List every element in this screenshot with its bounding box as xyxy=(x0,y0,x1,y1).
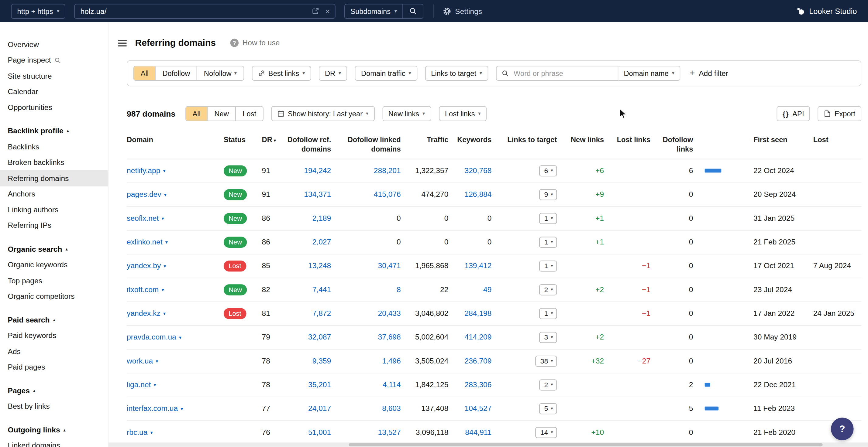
domain-dropdown-caret[interactable]: ▾ xyxy=(163,263,166,269)
domain-link[interactable]: interfax.com.ua xyxy=(127,405,178,413)
settings-button[interactable]: Settings xyxy=(443,7,482,15)
sidebar-section-pages[interactable]: Pages▴ xyxy=(0,383,108,399)
links-to-target-select[interactable]: 1▾ xyxy=(539,260,557,271)
new-links-select[interactable]: New links ▾ xyxy=(382,106,431,121)
domain-dropdown-caret[interactable]: ▾ xyxy=(179,335,181,340)
sidebar-item-referring-domains[interactable]: Referring domains xyxy=(0,170,108,186)
sidebar-item-linked-domains[interactable]: Linked domains xyxy=(0,438,108,447)
dr-filter[interactable]: DR ▾ xyxy=(319,66,347,81)
column-header-dofollow_ref[interactable]: Dofollow ref.domains xyxy=(281,135,331,154)
domain-link[interactable]: netlify.app xyxy=(127,167,160,175)
scope-option-lost[interactable]: Lost xyxy=(236,107,263,121)
cell-dofollow-ref-domains-value[interactable]: 2,027 xyxy=(312,238,331,246)
scope-option-all[interactable]: All xyxy=(186,107,207,121)
lost-links-value[interactable]: −1 xyxy=(642,285,650,294)
domain-dropdown-caret[interactable]: ▾ xyxy=(181,406,183,411)
best-links-filter[interactable]: Best links ▾ xyxy=(252,66,311,81)
links-to-target-select[interactable]: 6▾ xyxy=(539,165,557,176)
help-button[interactable]: ? xyxy=(831,417,854,440)
cell-keywords-value[interactable]: 126,884 xyxy=(465,191,492,199)
domain-link[interactable]: exlinko.net xyxy=(127,238,163,246)
new-links-value[interactable]: +32 xyxy=(591,357,604,365)
cell-dofollow-linked-domains-value[interactable]: 37,698 xyxy=(378,333,401,341)
cell-dofollow-linked-domains-value[interactable]: 30,471 xyxy=(378,262,401,270)
domain-link[interactable]: pravda.com.ua xyxy=(127,333,176,341)
sidebar-item-paid-keywords[interactable]: Paid keywords xyxy=(0,328,108,343)
scrollbar-thumb[interactable] xyxy=(349,443,823,446)
domain-link[interactable]: rbc.ua xyxy=(127,428,147,436)
cell-dofollow-ref-domains-value[interactable]: 7,872 xyxy=(312,309,331,318)
cell-dofollow-linked-domains-value[interactable]: 4,114 xyxy=(383,381,401,389)
scope-select[interactable]: Subdomains ▾ xyxy=(344,4,403,19)
domain-link[interactable]: seoflx.net xyxy=(127,214,159,222)
new-links-value[interactable]: +1 xyxy=(595,238,604,246)
column-header-status[interactable]: Status xyxy=(224,135,258,154)
menu-icon[interactable] xyxy=(118,39,127,46)
column-header-dofollow_linked[interactable]: Dofollow linkeddomains xyxy=(331,135,401,154)
column-header-links_to_target[interactable]: Links to target xyxy=(491,135,557,154)
cell-dofollow-ref-domains-value[interactable]: 9,359 xyxy=(312,357,331,365)
cell-dofollow-linked-domains-value[interactable]: 415,076 xyxy=(374,191,401,199)
new-links-value[interactable]: +6 xyxy=(595,167,604,175)
protocol-select[interactable]: http + https ▾ xyxy=(11,4,65,19)
links-to-target-select[interactable]: 14▾ xyxy=(535,427,557,438)
sidebar-item-overview[interactable]: Overview xyxy=(0,36,108,52)
domain-dropdown-caret[interactable]: ▾ xyxy=(164,192,166,197)
sidebar-item-top-pages[interactable]: Top pages xyxy=(0,273,108,288)
domain-dropdown-caret[interactable]: ▾ xyxy=(163,168,165,173)
follow-option-all[interactable]: All xyxy=(134,67,155,80)
links-to-target-select[interactable]: 1▾ xyxy=(539,237,557,247)
new-links-value[interactable]: +9 xyxy=(595,191,604,199)
sidebar-section-backlink-profile[interactable]: Backlink profile▴ xyxy=(0,123,108,139)
cell-keywords-value[interactable]: 414,209 xyxy=(465,333,492,341)
sidebar-item-page-inspect[interactable]: Page inspect xyxy=(0,52,108,68)
new-links-value[interactable]: +10 xyxy=(591,428,604,436)
cell-dofollow-ref-domains-value[interactable]: 7,441 xyxy=(312,285,331,294)
links-to-target-select[interactable]: 38▾ xyxy=(535,355,557,367)
column-header-dofollow_links[interactable]: Dofollowlinks xyxy=(650,135,693,154)
how-to-use-link[interactable]: ? How to use xyxy=(230,39,280,47)
cell-dofollow-ref-domains-value[interactable]: 2,189 xyxy=(312,214,331,222)
cell-dofollow-linked-domains-value[interactable]: 288,201 xyxy=(374,167,401,175)
cell-dofollow-ref-domains-value[interactable]: 32,087 xyxy=(308,333,331,341)
search-button[interactable] xyxy=(403,4,423,19)
horizontal-scrollbar[interactable] xyxy=(108,442,868,447)
cell-keywords-value[interactable]: 49 xyxy=(483,285,491,294)
links-to-target-select[interactable]: 2▾ xyxy=(539,379,557,390)
follow-option-nofollow[interactable]: Nofollow▾ xyxy=(197,67,243,80)
links-to-target-select[interactable]: 9▾ xyxy=(539,189,557,200)
links-to-target-select[interactable]: 3▾ xyxy=(539,332,557,343)
add-filter-button[interactable]: + Add filter xyxy=(689,69,728,78)
sidebar-item-organic-competitors[interactable]: Organic competitors xyxy=(0,288,108,304)
domain-link[interactable]: yandex.by xyxy=(127,262,161,270)
sidebar-item-anchors[interactable]: Anchors xyxy=(0,186,108,202)
links-to-target-select[interactable]: 2▾ xyxy=(539,284,557,295)
domain-dropdown-caret[interactable]: ▾ xyxy=(150,430,153,435)
domain-dropdown-caret[interactable]: ▾ xyxy=(156,358,158,364)
cell-dofollow-ref-domains-value[interactable]: 35,201 xyxy=(308,381,331,389)
cell-keywords-value[interactable]: 283,306 xyxy=(465,381,492,389)
open-external-icon[interactable] xyxy=(312,7,320,15)
links-to-target-select[interactable]: 1▾ xyxy=(539,308,557,319)
cell-dofollow-linked-domains-value[interactable]: 8 xyxy=(397,285,401,294)
cell-dofollow-ref-domains-value[interactable]: 13,248 xyxy=(308,262,331,270)
sidebar-item-opportunities[interactable]: Opportunities xyxy=(0,100,108,115)
cell-keywords-value[interactable]: 104,527 xyxy=(465,405,492,413)
show-history-select[interactable]: Show history: Last year ▾ xyxy=(271,106,374,121)
cell-dofollow-linked-domains-value[interactable]: 13,527 xyxy=(378,428,401,436)
column-header-dr[interactable]: DR ▾ xyxy=(258,135,281,154)
api-button[interactable]: {} API xyxy=(777,106,810,121)
new-links-value[interactable]: +2 xyxy=(595,333,604,341)
sidebar-item-paid-pages[interactable]: Paid pages xyxy=(0,359,108,375)
links-to-target-select[interactable]: 1▾ xyxy=(539,213,557,224)
sidebar-item-ads[interactable]: Ads xyxy=(0,343,108,359)
sidebar-item-backlinks[interactable]: Backlinks xyxy=(0,139,108,154)
links-to-target-select[interactable]: 5▾ xyxy=(539,403,557,414)
follow-option-dofollow[interactable]: Dofollow xyxy=(155,67,197,80)
column-header-lost[interactable]: Lost xyxy=(808,135,861,154)
domain-dropdown-caret[interactable]: ▾ xyxy=(154,382,156,387)
domain-dropdown-caret[interactable]: ▾ xyxy=(161,287,164,293)
sidebar-item-site-structure[interactable]: Site structure xyxy=(0,68,108,84)
column-header-domain[interactable]: Domain xyxy=(127,135,224,154)
sidebar-item-linking-authors[interactable]: Linking authors xyxy=(0,202,108,218)
